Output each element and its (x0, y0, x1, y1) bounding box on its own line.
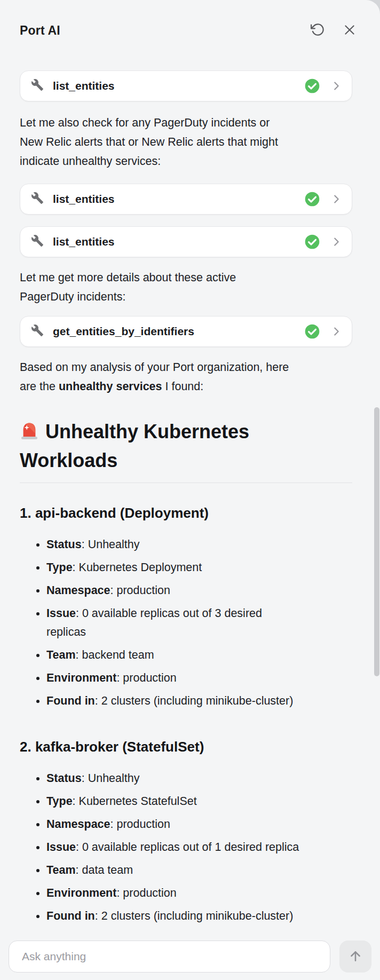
send-button[interactable] (339, 941, 371, 973)
workload-section-title: 1. api-backend (Deployment) (20, 504, 352, 521)
tool-call-card[interactable]: get_entities_by_identifiers (20, 316, 352, 347)
close-icon (343, 23, 357, 38)
list-item: Team: backend team (46, 646, 352, 665)
tool-name-label: list_entities (53, 235, 304, 248)
tool-name-label: get_entities_by_identifiers (53, 325, 304, 338)
bold-inline-text: unhealthy services (59, 380, 162, 393)
scrollbar-thumb[interactable] (374, 407, 379, 676)
chevron-right-icon[interactable] (330, 193, 342, 205)
list-item: Namespace: production (46, 815, 352, 834)
port-ai-panel: Port AI (0, 0, 380, 980)
workload-properties-list: Status: Unhealthy Type: Kubernetes Deplo… (20, 535, 352, 710)
panel-header: Port AI (0, 0, 380, 39)
rotating-light-emoji-icon (20, 423, 39, 445)
assistant-message: Based on my analysis of your Port organi… (20, 358, 352, 396)
assistant-message: Let me also check for any PagerDuty inci… (20, 113, 352, 171)
chevron-right-icon[interactable] (330, 326, 342, 337)
rotate-ccw-icon (311, 22, 325, 38)
success-check-icon (304, 191, 321, 208)
workload-properties-list: Status: Unhealthy Type: Kubernetes State… (20, 769, 352, 926)
wrench-icon (31, 324, 44, 339)
tool-call-card[interactable]: list_entities (20, 184, 352, 215)
success-check-icon (304, 323, 321, 340)
restart-conversation-button[interactable] (308, 21, 327, 39)
divider (20, 483, 352, 483)
arrow-up-icon (348, 949, 363, 965)
report-heading: Unhealthy Kubernetes Workloads (20, 418, 352, 474)
panel-title: Port AI (20, 23, 308, 38)
assistant-message: Let me get more details about these acti… (20, 268, 352, 306)
list-item: Team: data team (46, 861, 352, 880)
close-panel-button[interactable] (341, 21, 359, 39)
workload-section-title: 2. kafka-broker (StatefulSet) (20, 738, 352, 755)
chevron-right-icon[interactable] (330, 80, 342, 92)
list-item: Namespace: production (46, 581, 352, 600)
list-item: Environment: production (46, 669, 352, 687)
list-item: Status: Unhealthy (46, 769, 352, 788)
list-item: Status: Unhealthy (46, 535, 352, 554)
tool-call-card[interactable]: list_entities (20, 226, 352, 257)
success-check-icon (304, 233, 321, 250)
wrench-icon (31, 192, 44, 207)
tool-name-label: list_entities (53, 193, 304, 206)
tool-call-card[interactable]: list_entities (20, 70, 352, 101)
wrench-icon (31, 78, 44, 93)
chevron-right-icon[interactable] (330, 236, 342, 248)
success-check-icon (304, 77, 321, 94)
list-item: Issue: 0 available replicas out of 1 des… (46, 838, 352, 857)
wrench-icon (31, 234, 44, 249)
conversation-scroll-area: list_entities Let me also check for any … (0, 70, 380, 926)
tool-name-label: list_entities (53, 80, 304, 92)
list-item: Type: Kubernetes Deployment (46, 558, 352, 577)
composer (9, 941, 371, 973)
list-item: Environment: production (46, 884, 352, 903)
list-item: Found in: 2 clusters (including minikube… (46, 907, 352, 926)
ask-anything-input[interactable] (9, 941, 330, 973)
list-item: Issue: 0 available replicas out of 3 des… (46, 604, 352, 642)
list-item: Type: Kubernetes StatefulSet (46, 792, 352, 811)
list-item: Found in: 2 clusters (including minikube… (46, 692, 352, 710)
